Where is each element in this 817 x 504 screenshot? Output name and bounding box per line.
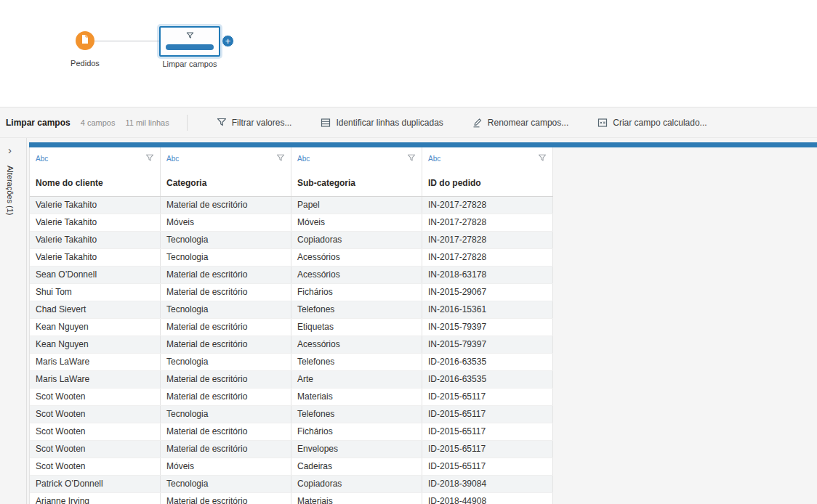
table-cell: Papel — [291, 197, 422, 214]
table-row[interactable]: Scot WootenMóveisCadeirasID-2015-65117 — [30, 458, 553, 476]
table-cell: Telefones — [291, 301, 422, 318]
step-node-label: Limpar campos — [159, 60, 220, 68]
column-header[interactable]: AbcNome do cliente — [30, 147, 161, 196]
table-cell: Material de escritório — [161, 336, 291, 353]
input-node-pedidos[interactable] — [76, 31, 94, 50]
table-cell: Arianne Irving — [30, 493, 161, 504]
row-count: 11 mil linhas — [125, 118, 169, 127]
toolbar-button[interactable]: Renomear campos... — [472, 118, 568, 128]
table-cell: Tecnologia — [161, 476, 291, 492]
table-cell: Shui Tom — [30, 284, 161, 301]
table-cell: IN-2015-29067 — [422, 284, 553, 301]
table-row[interactable]: Scot WootenTecnologiaTelefonesID-2015-65… — [30, 406, 553, 423]
column-filter-icon[interactable] — [538, 154, 547, 163]
table-row[interactable]: Patrick O’DonnellTecnologiaCopiadorasID-… — [30, 476, 553, 493]
flow-pane: Pedidos Limpar campos + — [0, 0, 817, 107]
table-cell: ID-2015-65117 — [422, 441, 553, 458]
table-cell: Telefones — [291, 406, 422, 423]
column-name: Nome do cliente — [36, 178, 154, 188]
table-row[interactable]: Kean NguyenMaterial de escritórioAcessór… — [30, 336, 553, 354]
table-cell: IN-2017-27828 — [422, 232, 553, 248]
table-row[interactable]: Valerie TakahitoTecnologiaCopiadorasIN-2… — [30, 232, 553, 249]
column-filter-icon[interactable] — [145, 154, 154, 163]
table-row[interactable]: Chad SievertTecnologiaTelefonesIN-2016-1… — [30, 301, 553, 319]
table-row[interactable]: Scot WootenMaterial de escritórioFichári… — [30, 423, 553, 441]
table-row[interactable]: Maris LaWareMaterial de escritórioArteID… — [30, 371, 553, 389]
table-cell: Tecnologia — [161, 232, 291, 248]
table-cell: Cadeiras — [291, 458, 422, 475]
step-title: Limpar campos — [6, 118, 71, 128]
column-type-label: Abc — [428, 155, 440, 163]
changes-panel-label[interactable]: Alterações (1) — [6, 166, 15, 215]
table-row[interactable]: Valerie TakahitoMaterial de escritórioPa… — [30, 197, 553, 214]
filter-badge-icon — [186, 29, 194, 42]
table-cell: IN-2017-27828 — [422, 214, 553, 231]
table-cell: Tecnologia — [161, 301, 291, 318]
table-row[interactable]: Maris LaWareTecnologiaTelefonesID-2016-6… — [30, 354, 553, 371]
table-cell: Tecnologia — [161, 406, 291, 423]
table-cell: ID-2015-65117 — [422, 389, 553, 405]
grid-scrollbar[interactable] — [29, 142, 817, 147]
table-row[interactable]: Sean O’DonnellMaterial de escritórioAces… — [30, 267, 553, 284]
table-row[interactable]: Scot WootenMaterial de escritórioMateria… — [30, 389, 553, 406]
table-cell: Valerie Takahito — [30, 232, 161, 248]
table-cell: Kean Nguyen — [30, 336, 161, 353]
table-cell: Chad Sievert — [30, 301, 161, 318]
table-cell: Patrick O’Donnell — [30, 476, 161, 492]
table-cell: Scot Wooten — [30, 389, 161, 405]
table-cell: Copiadoras — [291, 476, 422, 492]
changes-panel-rail: › Alterações (1) — [0, 138, 27, 504]
step-node-limpar-campos[interactable] — [159, 26, 220, 57]
table-row[interactable]: Kean NguyenMaterial de escritórioEtiquet… — [30, 319, 553, 336]
column-header[interactable]: AbcCategoria — [161, 147, 291, 196]
table-row[interactable]: Shui TomMaterial de escritórioFicháriosI… — [30, 284, 553, 301]
toolbar-button[interactable]: Criar campo calculado... — [597, 118, 707, 128]
table-cell: IN-2016-15361 — [422, 301, 553, 318]
column-header[interactable]: AbcSub-categoria — [291, 147, 422, 196]
table-cell: Material de escritório — [161, 389, 291, 405]
table-row[interactable]: Valerie TakahitoMóveisMóveisIN-2017-2782… — [30, 214, 553, 232]
toolbar-button[interactable]: Filtrar valores... — [217, 118, 292, 128]
table-row[interactable]: Arianne IrvingMaterial de escritórioMate… — [30, 493, 553, 504]
table-cell: Valerie Takahito — [30, 214, 161, 231]
table-cell: Scot Wooten — [30, 423, 161, 440]
table-row[interactable]: Valerie TakahitoTecnologiaAcessóriosIN-2… — [30, 249, 553, 267]
column-filter-icon[interactable] — [276, 154, 285, 163]
step-toolbar: Limpar campos 4 campos 11 mil linhas Fil… — [0, 107, 817, 138]
table-cell: ID-2016-63535 — [422, 371, 553, 388]
table-cell: Material de escritório — [161, 371, 291, 388]
column-type-label: Abc — [297, 155, 310, 163]
table-cell: Móveis — [161, 458, 291, 475]
table-cell: Material de escritório — [161, 423, 291, 440]
column-header[interactable]: AbcID do pedido — [422, 147, 553, 196]
table-cell: Scot Wooten — [30, 406, 161, 423]
table-row[interactable]: Scot WootenMaterial de escritórioEnvelop… — [30, 441, 553, 458]
table-cell: ID-2015-65117 — [422, 458, 553, 475]
table-cell: IN-2015-79397 — [422, 319, 553, 336]
table-cell: Móveis — [161, 214, 291, 231]
expand-changes-chevron-icon[interactable]: › — [8, 144, 12, 156]
table-cell: Material de escritório — [161, 493, 291, 504]
column-filter-icon[interactable] — [407, 154, 416, 163]
table-cell: Tecnologia — [161, 249, 291, 266]
toolbar-button-label: Criar campo calculado... — [613, 118, 707, 128]
add-step-button[interactable]: + — [222, 35, 234, 47]
rename-fields-icon — [472, 118, 483, 128]
table-cell: Acessórios — [291, 336, 422, 353]
toolbar-button-label: Identificar linhas duplicadas — [336, 118, 443, 128]
column-type-label: Abc — [36, 155, 48, 163]
table-cell: IN-2015-79397 — [422, 336, 553, 353]
data-grid: AbcNome do clienteAbcCategoriaAbcSub-cat… — [29, 147, 553, 504]
table-cell: Envelopes — [291, 441, 422, 458]
table-cell: Sean O’Donnell — [30, 267, 161, 283]
table-cell: Fichários — [291, 284, 422, 301]
table-cell: ID-2015-65117 — [422, 423, 553, 440]
toolbar-button[interactable]: Identificar linhas duplicadas — [321, 118, 443, 128]
step-node-bar — [166, 44, 214, 50]
profile-pane: › Alterações (1) AbcNome do clienteAbcCa… — [0, 138, 817, 504]
document-icon — [81, 34, 89, 47]
table-cell: Maris LaWare — [30, 371, 161, 388]
table-cell: Material de escritório — [161, 319, 291, 336]
calculated-field-icon — [597, 118, 608, 128]
column-name: ID do pedido — [428, 178, 547, 188]
